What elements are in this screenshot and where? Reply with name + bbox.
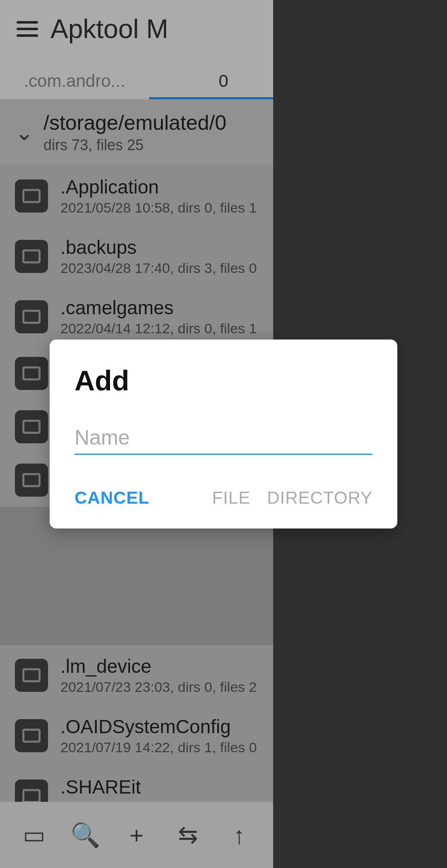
dialog-backdrop: Add CANCEL FILE DIRECTORY bbox=[0, 0, 447, 868]
dialog-actions: CANCEL FILE DIRECTORY bbox=[74, 484, 372, 512]
directory-button[interactable]: DIRECTORY bbox=[267, 488, 372, 508]
file-button[interactable]: FILE bbox=[212, 488, 250, 508]
name-input[interactable] bbox=[74, 421, 372, 455]
cancel-button[interactable]: CANCEL bbox=[74, 484, 149, 512]
add-dialog: Add CANCEL FILE DIRECTORY bbox=[50, 340, 397, 528]
dialog-title: Add bbox=[74, 364, 372, 397]
dialog-input-wrap bbox=[74, 421, 372, 455]
